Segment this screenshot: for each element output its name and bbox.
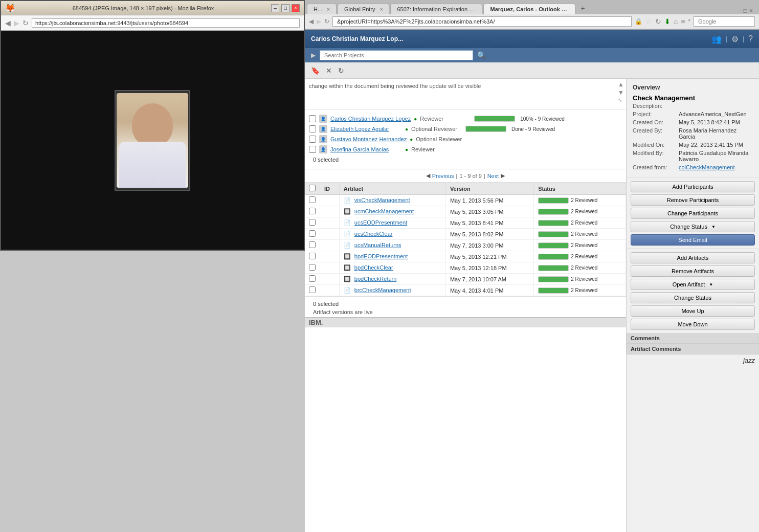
artifact-link-8[interactable]: bpdCheckReturn <box>354 276 397 282</box>
participant-name-1[interactable]: Carlos Christian Marquez Lopez <box>330 116 411 122</box>
win-minimize-icon[interactable]: ─ <box>737 7 742 14</box>
artifact-version-4: May 5, 2013 8:02 PM <box>445 229 533 240</box>
search-projects-input[interactable] <box>320 50 473 60</box>
next-page-icon[interactable]: ▶ <box>501 172 505 179</box>
close-button[interactable]: × <box>292 4 300 12</box>
nav-back-btn[interactable]: ◀ <box>309 18 314 25</box>
tab-h[interactable]: H... × <box>307 4 337 14</box>
refresh-icon[interactable]: ↻ <box>655 17 661 26</box>
remove-participants-button[interactable]: Remove Participants <box>631 194 755 206</box>
artifact-comments-section-header: Artifact Comments <box>627 344 759 354</box>
artifact-link-2[interactable]: ucmCheckManagement <box>354 208 414 214</box>
scroll-up-btn[interactable]: ▲ <box>618 81 624 88</box>
change-status-arrow: ▼ <box>711 225 716 229</box>
artifact-link-3[interactable]: ucsEODPresentment <box>354 219 407 226</box>
nav-reload-btn[interactable]: ↻ <box>324 18 329 25</box>
tab-close-global[interactable]: × <box>380 7 383 12</box>
nav-url-input[interactable] <box>332 16 632 27</box>
artifact-id-1 <box>320 195 340 206</box>
artifact-checkbox-2[interactable] <box>309 208 316 214</box>
participant-checkbox-2[interactable] <box>309 125 316 132</box>
move-down-button[interactable]: Move Down <box>631 319 755 330</box>
people-icon[interactable]: 👥 <box>711 34 722 44</box>
tab-close-h[interactable]: × <box>327 7 330 12</box>
artifact-link-6[interactable]: bpdEODPresentment <box>354 253 408 259</box>
win-maximize-icon[interactable]: □ <box>744 7 747 14</box>
home-icon[interactable]: ⌂ <box>674 17 678 26</box>
tab-6507[interactable]: 6507: Information Expiration - Requi... … <box>390 4 482 14</box>
participant-name-3[interactable]: Gustavo Montanez Hernandez <box>330 136 407 142</box>
artifact-checkbox-9[interactable] <box>309 286 316 293</box>
overview-section: Overview Check Management Description: P… <box>627 79 759 178</box>
breadcrumb-arrow: ▶ <box>311 52 316 59</box>
participant-checkbox-3[interactable] <box>309 136 316 143</box>
add-artifacts-button[interactable]: Add Artifacts <box>631 252 755 263</box>
send-email-button[interactable]: Send Email <box>631 234 755 246</box>
browser-search-input[interactable] <box>694 16 755 27</box>
artifact-row-7: 🔲 bpdCheckClear May 5, 2013 12:18 PM 2 R… <box>305 262 626 274</box>
scroll-down-btn[interactable]: ▼ <box>618 89 624 96</box>
prev-page-link[interactable]: Previous <box>432 173 454 179</box>
page-sep2: | <box>484 173 485 179</box>
prev-page-icon[interactable]: ◀ <box>426 172 430 179</box>
search-submit-icon[interactable]: 🔍 <box>477 51 486 59</box>
participants-selected-count: 0 selected <box>309 154 622 165</box>
change-participants-button[interactable]: Change Participants <box>631 208 755 219</box>
change-status-participants-button[interactable]: Change Status ▼ <box>631 221 755 232</box>
artifact-checkbox-3[interactable] <box>309 219 316 226</box>
toolbar-close-icon[interactable]: ✕ <box>324 65 334 76</box>
remove-artifacts-button[interactable]: Remove Artifacts <box>631 265 755 277</box>
address-input[interactable] <box>32 18 300 28</box>
project-field: Project: AdvanceAmerica_NextGen <box>633 111 753 117</box>
nav-reload-icon[interactable]: ↻ <box>23 19 29 27</box>
modified-by-field: Modified By: Patricia Guadalupe Miranda … <box>633 150 753 162</box>
artifact-checkbox-1[interactable] <box>309 196 316 203</box>
nav-star-icon[interactable]: ☆ <box>645 17 652 26</box>
nav-fwd-btn[interactable]: ▶ <box>317 18 321 25</box>
toolbar-bookmark-icon[interactable]: 🔖 <box>309 65 322 76</box>
change-status-artifact-button[interactable]: Change Status <box>631 292 755 303</box>
win-close-icon[interactable]: × <box>749 7 753 14</box>
participant-role-4: Reviewer <box>411 146 462 152</box>
person-body <box>119 142 186 188</box>
artifact-checkbox-8[interactable] <box>309 275 316 282</box>
created-from-value[interactable]: colCheckManagement <box>679 164 753 170</box>
artifact-type-icon-8: 🔲 <box>344 276 351 282</box>
help-icon[interactable]: ? <box>748 34 753 43</box>
artifact-checkbox-7[interactable] <box>309 264 316 271</box>
artifact-link-1[interactable]: visCheckManagement <box>354 197 410 203</box>
expand-btn[interactable]: ⤡ <box>618 97 624 103</box>
right-sidebar: Overview Check Management Description: P… <box>626 79 759 532</box>
add-participants-button[interactable]: Add Participants <box>631 181 755 192</box>
tab-global-entry[interactable]: Global Entry × <box>338 4 389 14</box>
artifact-link-4[interactable]: ucsCheckClear <box>354 231 393 237</box>
modified-on-field: Modified On: May 22, 2013 2:41:15 PM <box>633 142 753 148</box>
next-page-link[interactable]: Next <box>487 173 499 179</box>
minimize-button[interactable]: – <box>271 4 279 12</box>
settings-icon[interactable]: ⚙ <box>731 34 739 44</box>
nav-back-icon[interactable]: ◀ <box>5 19 11 27</box>
artifact-link-5[interactable]: ucsManualReturns <box>354 242 401 248</box>
participant-name-2[interactable]: Elizabeth Lopez Aguilar <box>330 126 402 132</box>
artifact-link-9[interactable]: brcCheckManagement <box>354 287 411 293</box>
move-up-button[interactable]: Move Up <box>631 305 755 317</box>
app-header-user: Carlos Christian Marquez Lop... <box>311 35 403 42</box>
participant-name-4[interactable]: Josefina Garcia Macias <box>330 146 402 152</box>
artifact-checkbox-6[interactable] <box>309 253 316 259</box>
open-artifact-button[interactable]: Open Artifact ▼ <box>631 279 755 290</box>
artifact-link-7[interactable]: bpdCheckClear <box>354 264 393 271</box>
participant-checkbox-4[interactable] <box>309 146 316 153</box>
new-tab-button[interactable]: + <box>576 2 589 14</box>
download-icon[interactable]: ⬇ <box>664 17 671 26</box>
main-window: H... × Global Entry × 6507: Information … <box>305 0 759 532</box>
person-photo <box>117 93 188 188</box>
artifact-checkbox-4[interactable] <box>309 230 316 237</box>
nav-forward-icon[interactable]: ▶ <box>14 19 19 27</box>
menu-icon[interactable]: ≡ <box>681 17 685 26</box>
toolbar-refresh-icon[interactable]: ↻ <box>336 65 346 76</box>
maximize-button[interactable]: □ <box>281 4 289 12</box>
participant-checkbox-1[interactable] <box>309 115 316 122</box>
select-all-checkbox[interactable] <box>309 185 316 191</box>
artifact-checkbox-5[interactable] <box>309 241 316 248</box>
tab-marquez[interactable]: Marquez, Carlos - Outlook Web App × <box>483 4 575 14</box>
